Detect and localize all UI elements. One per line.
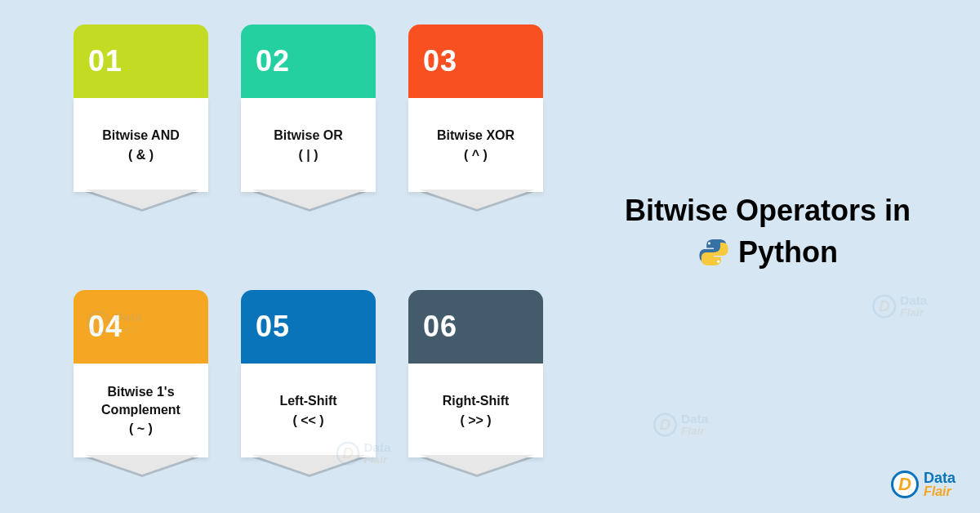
- brand-text: Data Flair: [114, 311, 141, 335]
- brand-text: Data Flair: [681, 413, 708, 437]
- brand-name-1: Data: [900, 295, 927, 307]
- card-title: Bitwise XOR: [437, 127, 514, 145]
- brand-name-2: Flair: [900, 307, 927, 319]
- brand-glyph-icon: D: [872, 295, 896, 319]
- brand-name-2: Flair: [681, 426, 708, 437]
- brand-text: Data Flair: [364, 442, 391, 466]
- brand-glyph-icon: D: [653, 413, 677, 437]
- watermark-icon: D Data Flair: [872, 143, 949, 470]
- card-symbol: ( & ): [128, 146, 154, 164]
- brand-name-1: Data: [364, 442, 391, 454]
- card-number: 03: [408, 25, 543, 98]
- card-title: Bitwise AND: [102, 127, 180, 145]
- brand-name-2: Flair: [364, 454, 391, 466]
- card-symbol: ( ^ ): [464, 146, 488, 164]
- brand-text: Data Flair: [900, 295, 927, 319]
- brand-glyph-icon: D: [336, 442, 360, 466]
- card-number: 01: [74, 25, 208, 98]
- card-title: Bitwise OR: [274, 127, 342, 145]
- card-number: 02: [241, 25, 376, 98]
- brand-glyph-icon: D: [87, 311, 110, 335]
- card-symbol: ( | ): [298, 146, 318, 164]
- brand-name-1: Data: [681, 413, 708, 426]
- brand-name-2: Flair: [114, 323, 141, 335]
- brand-name-1: Data: [114, 311, 141, 323]
